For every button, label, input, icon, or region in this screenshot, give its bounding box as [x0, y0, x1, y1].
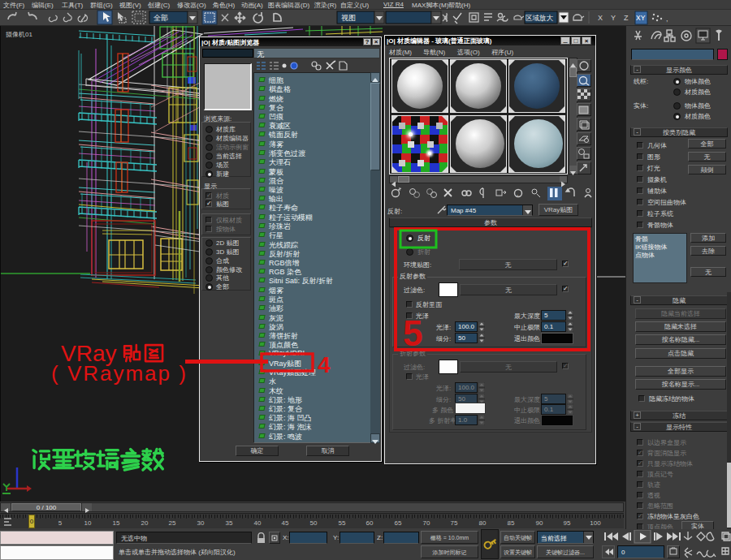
svg-text:Y: Y — [611, 14, 616, 22]
svg-text:,: , — [666, 15, 668, 23]
svg-text:视图: 视图 — [341, 14, 356, 22]
svg-text:全部: 全部 — [154, 14, 168, 22]
svg-text:X: X — [598, 14, 603, 22]
svg-text:XY: XY — [636, 14, 646, 22]
svg-text:,: , — [517, 190, 518, 197]
svg-text:Z: Z — [624, 14, 629, 22]
svg-text:区域放大: 区域放大 — [526, 14, 554, 22]
